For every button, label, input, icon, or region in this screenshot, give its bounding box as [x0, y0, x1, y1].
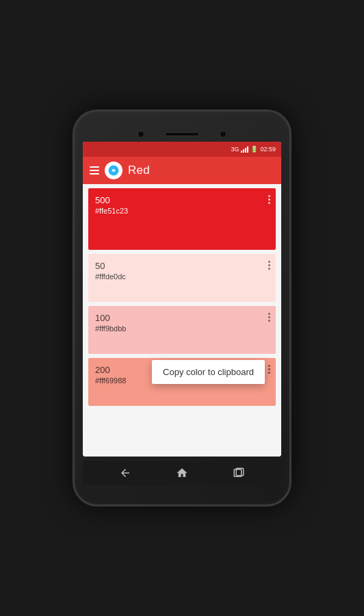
context-menu-popup: Copy color to clipboard — [152, 360, 265, 384]
page-title: Red — [128, 164, 150, 177]
card-menu-button-50[interactable] — [267, 259, 272, 271]
app-bar: Red — [83, 157, 281, 184]
dot2 — [268, 198, 270, 201]
menu-line-3 — [90, 173, 99, 175]
signal-strength-icon — [241, 146, 248, 153]
front-camera — [138, 131, 144, 138]
card-menu-button-100[interactable] — [267, 311, 272, 323]
screen-content: 3G 🔋 02:59 — [83, 142, 281, 457]
status-bar: 3G 🔋 02:59 — [83, 142, 281, 157]
dot2 — [268, 264, 270, 266]
battery-icon: 🔋 — [250, 146, 258, 153]
dot1 — [268, 365, 270, 367]
recents-button[interactable] — [229, 463, 248, 483]
menu-line-2 — [90, 170, 99, 171]
color-label-50: 50 — [95, 261, 269, 271]
nav-bar — [83, 461, 281, 485]
earpiece-speaker — [165, 132, 199, 136]
dot1 — [268, 261, 270, 263]
card-menu-button-200[interactable] — [267, 363, 272, 375]
color-card-100[interactable]: 100 #fff9bdbb — [88, 306, 276, 354]
color-list: 500 #ffe51c23 50 #fffde0dc — [83, 184, 281, 457]
color-hex-50: #fffde0dc — [95, 272, 269, 281]
color-hex-500: #ffe51c23 — [95, 207, 269, 215]
color-card-50[interactable]: 50 #fffde0dc Copy color to clipboard — [88, 254, 276, 302]
copy-color-menu-item[interactable]: Copy color to clipboard — [163, 365, 254, 378]
dot3 — [268, 320, 270, 322]
menu-line-1 — [90, 166, 99, 168]
dot2 — [268, 316, 270, 318]
dot3 — [268, 372, 270, 374]
network-type: 3G — [231, 146, 239, 153]
back-icon — [119, 467, 131, 479]
app-logo-icon — [105, 162, 122, 179]
color-card-500[interactable]: 500 #ffe51c23 — [88, 188, 276, 250]
color-label-500: 500 — [95, 195, 269, 205]
color-hex-100: #fff9bdbb — [95, 324, 269, 333]
dot3 — [268, 268, 270, 270]
phone-shell: 3G 🔋 02:59 — [73, 110, 291, 506]
home-icon — [176, 467, 188, 479]
sensor — [220, 131, 226, 138]
dot3 — [268, 202, 270, 204]
screen: 3G 🔋 02:59 — [83, 142, 281, 457]
color-label-100: 100 — [95, 313, 269, 323]
hamburger-menu-button[interactable] — [90, 166, 99, 175]
home-button[interactable] — [172, 463, 192, 483]
phone-top-decoration — [83, 131, 281, 138]
recents-icon — [233, 467, 245, 479]
clock: 02:59 — [260, 146, 276, 153]
status-icons: 3G 🔋 02:59 — [231, 146, 276, 153]
logo-svg — [107, 164, 120, 177]
back-button[interactable] — [116, 463, 135, 483]
card-menu-button-500[interactable] — [267, 194, 272, 205]
dot2 — [268, 368, 270, 370]
dot1 — [268, 195, 270, 197]
dot1 — [268, 313, 270, 315]
